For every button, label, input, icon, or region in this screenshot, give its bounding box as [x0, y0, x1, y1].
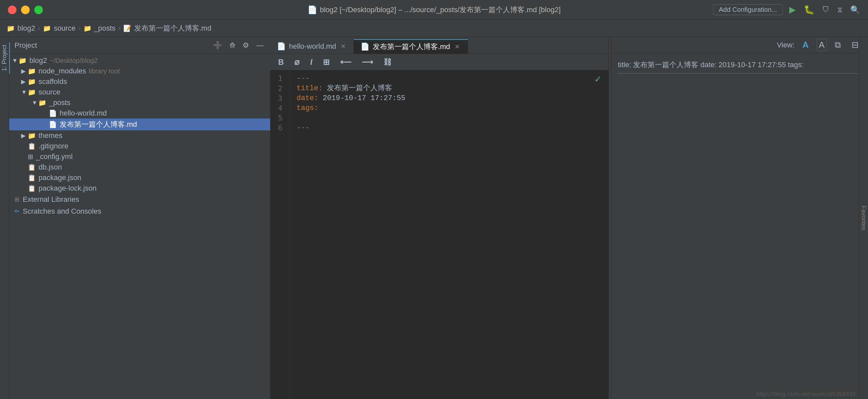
folder-icon-source: 📁 [43, 24, 51, 32]
tree-item-source[interactable]: ▼ 📁 source [9, 87, 270, 97]
breadcrumb: 📁 blog2 › 📁 source › 📁 _posts › 📝 发布第一篇个… [0, 20, 868, 37]
tree-label-zhubo: 发布第一篇个人博客.md [60, 120, 137, 129]
line-numbers: 1 2 3 4 5 6 [270, 70, 290, 399]
json-icon-db: 📋 [28, 163, 36, 171]
yaml-icon-config: ⊞ [28, 153, 33, 161]
folder-icon-themes: 📁 [28, 132, 36, 140]
tree-item-zhubo[interactable]: ▶ 📄 发布第一篇个人博客.md [9, 119, 270, 130]
tree-item-hello-world[interactable]: ▶ 📄 hello-world.md [9, 108, 270, 119]
breadcrumb-sep-2: › [78, 24, 81, 33]
coverage-button[interactable]: ⛉ [821, 4, 831, 15]
minimize-button[interactable] [21, 6, 30, 14]
code-key-date: date: [297, 94, 318, 102]
link-button[interactable]: ⛓ [381, 56, 394, 68]
code-area[interactable]: --- title: 发布第一篇个人博客 date: 2019-10-17 17… [290, 70, 608, 399]
run-button[interactable]: ▶ [788, 3, 797, 16]
tree-item-scratches-consoles[interactable]: ✏ Scratches and Consoles [9, 205, 270, 217]
settings-button[interactable]: ⚙ [241, 40, 250, 51]
tree-label-node-modules-hint: library root [89, 67, 120, 75]
code-line-3: date: 2019-10-17 17:27:55 [297, 94, 602, 103]
tree-label-posts: _posts [49, 98, 70, 107]
tree-item-package[interactable]: ▶ 📋 package.json [9, 172, 270, 183]
md-icon-file: 📝 [123, 24, 131, 32]
md-icon-hello: 📄 [49, 109, 57, 117]
breadcrumb-source[interactable]: source [54, 24, 75, 33]
main-layout: 1: Project Project ➕ ⟰ ⚙ — ▼ 📁 b [0, 37, 868, 399]
folder-icon-blog2-tree: 📁 [19, 57, 27, 65]
align-left-button[interactable]: ⟵ [337, 56, 354, 68]
tab-zhubo[interactable]: 📄 发布第一篇个人博客.md ✕ [354, 39, 468, 54]
folder-icon-scaffolds: 📁 [28, 78, 36, 86]
folder-icon-posts: 📁 [83, 24, 92, 32]
editor-area: 📄 hello-world.md ✕ 📄 发布第一篇个人博客.md ✕ B ⌀ … [270, 37, 608, 399]
tree-label-themes: themes [38, 131, 62, 140]
line-num-3: 3 [270, 94, 286, 103]
tree-label-config: _config.yml [36, 153, 72, 161]
tree-item-config[interactable]: ▶ ⊞ _config.yml [9, 152, 270, 162]
maximize-button[interactable] [34, 6, 43, 14]
code-line-4: tags: [297, 103, 602, 113]
breadcrumb-file[interactable]: 发布第一篇个人博客.md [134, 23, 212, 33]
favorites-label[interactable]: Favorites [860, 206, 867, 230]
tree-item-posts[interactable]: ▼ 📁 _posts [9, 97, 270, 108]
strikethrough-button[interactable]: ⌀ [292, 56, 302, 68]
align-right-button[interactable]: ⟶ [359, 56, 376, 68]
tree-item-node-modules[interactable]: ▶ 📁 node_modules library root [9, 66, 270, 76]
tree-item-gitignore[interactable]: ▶ 📋 .gitignore [9, 141, 270, 152]
view-split-button[interactable]: ⧉ [832, 38, 844, 52]
traffic-lights [8, 6, 43, 14]
preview-divider [618, 73, 861, 74]
tree-item-themes[interactable]: ▶ 📁 themes [9, 130, 270, 141]
tree-item-external-libraries[interactable]: ⊞ External Libraries [9, 194, 270, 205]
resize-handle[interactable] [608, 37, 611, 399]
add-config-button[interactable]: Add Configuration... [713, 4, 783, 15]
view-text-button[interactable]: A [800, 38, 811, 52]
tree-arrow-posts: ▼ [32, 99, 38, 106]
profile-button[interactable]: ⧖ [836, 4, 844, 15]
bold-button[interactable]: B [276, 56, 286, 68]
tree-item-scaffolds[interactable]: ▶ 📁 scaffolds [9, 76, 270, 87]
editor-content: 1 2 3 4 5 6 --- title: 发布第一篇个人博客 date: 2… [270, 70, 608, 399]
external-libraries-label: External Libraries [23, 195, 79, 204]
tree-label-gitignore: .gitignore [38, 142, 68, 151]
search-button[interactable]: 🔍 [849, 4, 861, 16]
folder-icon-source-tree: 📁 [28, 88, 36, 96]
tree-item-blog2[interactable]: ▼ 📁 blog2 ~/Desktop/blog2 [9, 55, 270, 66]
project-tab-bar: 1: Project [0, 37, 9, 399]
tree-label-node-modules: node_modules [38, 67, 86, 75]
breadcrumb-sep-1: › [38, 24, 40, 33]
file-tree: ▼ 📁 blog2 ~/Desktop/blog2 ▶ 📁 node_modul… [9, 54, 270, 399]
close-sidebar-button[interactable]: — [255, 40, 265, 51]
folder-icon-node-modules: 📁 [28, 67, 36, 75]
line-num-1: 1 [270, 74, 286, 84]
close-button[interactable] [8, 6, 17, 14]
tree-item-db[interactable]: ▶ 📋 db.json [9, 162, 270, 172]
code-line-5 [297, 113, 602, 123]
collapse-button[interactable]: ⟰ [228, 40, 237, 51]
breadcrumb-posts[interactable]: _posts [94, 24, 116, 33]
tree-arrow-themes: ▶ [21, 132, 28, 139]
folder-icon-blog2: 📁 [7, 24, 15, 32]
italic-button[interactable]: I [307, 56, 315, 68]
view-label: View: [777, 41, 794, 49]
tab-close-zhubo[interactable]: ✕ [454, 42, 461, 51]
tree-label-source: source [38, 88, 60, 96]
check-mark: ✓ [594, 74, 602, 85]
tab-icon-hello: 📄 [277, 42, 286, 51]
sidebar-content: Project ➕ ⟰ ⚙ — ▼ 📁 blog2 ~/Desktop/blog… [9, 37, 270, 399]
table-button[interactable]: ⊞ [320, 56, 332, 68]
tab-label-zhubo: 发布第一篇个人博客.md [373, 42, 450, 52]
debug-button[interactable]: 🐛 [802, 3, 816, 16]
tree-item-package-lock[interactable]: ▶ 📋 package-lock.json [9, 183, 270, 194]
tree-label-blog2-path: ~/Desktop/blog2 [50, 57, 97, 65]
project-tab-label[interactable]: 1: Project [0, 42, 10, 74]
preview-panel: View: A A ⧉ ⊟ title: 发布第一篇个人博客 date: 201… [611, 37, 868, 399]
breadcrumb-blog2[interactable]: blog2 [18, 24, 35, 33]
panel-actions: ➕ ⟰ ⚙ — [212, 40, 265, 51]
file-icon-gitignore: 📋 [28, 142, 36, 150]
view-formatted-button[interactable]: A [816, 39, 827, 51]
tree-arrow-source: ▼ [21, 89, 28, 96]
add-file-button[interactable]: ➕ [212, 40, 223, 51]
tab-close-hello[interactable]: ✕ [339, 42, 347, 51]
tab-hello-world[interactable]: 📄 hello-world.md ✕ [270, 39, 354, 54]
